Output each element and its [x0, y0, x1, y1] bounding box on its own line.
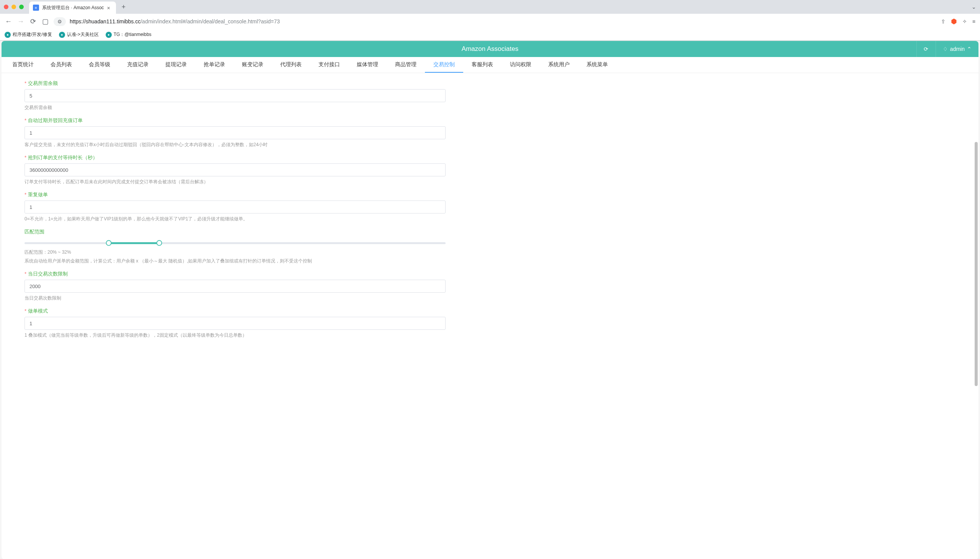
- app-container: Amazon Associates ⟳ ♢ admin ⌃ 首页统计会员列表会员…: [2, 41, 978, 559]
- bookmark-button[interactable]: ▢: [41, 17, 49, 26]
- field-hint: 当日交易次数限制: [25, 295, 955, 301]
- field-label: 重复做单: [25, 191, 955, 198]
- brave-shield-icon[interactable]: ⬢: [951, 17, 957, 26]
- range-slider[interactable]: [25, 239, 445, 247]
- tab-bar: ≡ 系统管理后台 · Amazon Assoc × + ⌄: [0, 0, 980, 14]
- nav-item[interactable]: 访问权限: [502, 57, 540, 73]
- nav-item[interactable]: 媒体管理: [348, 57, 387, 73]
- bookmarks-bar: ●程序搭建/开发/修复 ●认准->天美社区 ●TG：@tianmeibbs: [0, 29, 980, 41]
- close-window-button[interactable]: [4, 5, 8, 9]
- form-field: 交易所需余额交易所需余额: [2, 77, 978, 114]
- form-field: 抢到订单的支付等待时长（秒）订单支付等待时长，匹配订单后未在此时间内完成支付提交…: [2, 151, 978, 188]
- menu-icon[interactable]: ≡: [972, 18, 975, 25]
- close-tab-button[interactable]: ×: [107, 5, 112, 10]
- share-icon[interactable]: ⇪: [941, 18, 945, 25]
- field-hint: 匹配范围：20% ~ 32%: [25, 249, 955, 256]
- maximize-window-button[interactable]: [19, 5, 24, 9]
- slider-handle-min[interactable]: [106, 240, 112, 246]
- nav-item[interactable]: 充值记录: [119, 57, 157, 73]
- minimize-window-button[interactable]: [12, 5, 16, 9]
- field-hint: 1 叠加模式（做完当前等级单数，升级后可再做新等级的单数），2固定模式（以最终等…: [25, 332, 955, 339]
- bookmark-favicon-icon: ●: [59, 32, 65, 38]
- field-label: 交易所需余额: [25, 80, 955, 87]
- nav-item[interactable]: 提现记录: [157, 57, 195, 73]
- app-header: Amazon Associates ⟳ ♢ admin ⌃: [2, 41, 978, 57]
- browser-chrome: ≡ 系统管理后台 · Amazon Assoc × + ⌄ ← → ⟳ ▢ ⚙ …: [0, 0, 980, 41]
- text-input[interactable]: [25, 89, 445, 102]
- nav-item[interactable]: 系统菜单: [578, 57, 616, 73]
- chevron-down-icon: ⌃: [967, 46, 972, 52]
- field-label: 匹配范围: [25, 228, 955, 235]
- nav-item[interactable]: 客服列表: [463, 57, 502, 73]
- field-hint: 0=不允许，1=允许，如果昨天用户做了VIP1级别的单，那么他今天就做不了VIP…: [25, 216, 955, 222]
- browser-tab[interactable]: ≡ 系统管理后台 · Amazon Assoc ×: [29, 2, 116, 14]
- nav-item[interactable]: 代理列表: [272, 57, 310, 73]
- text-input[interactable]: [25, 317, 445, 330]
- bookmark-favicon-icon: ●: [106, 32, 112, 38]
- form-field: 自动过期并驳回充值订单客户提交充值，未支付的充值订单x小时后自动过期驳回（驳回内…: [2, 114, 978, 151]
- form-field: 匹配范围匹配范围：20% ~ 32%系统自动给用户派单的金额范围，计算公式：用户…: [2, 225, 978, 268]
- back-button[interactable]: ←: [5, 18, 12, 26]
- slider-handle-max[interactable]: [157, 240, 162, 246]
- user-icon: ♢: [943, 46, 948, 52]
- field-hint: 客户提交充值，未支付的充值订单x小时后自动过期驳回（驳回内容在帮助中心-文本内容…: [25, 142, 955, 148]
- user-menu[interactable]: ♢ admin ⌃: [935, 41, 978, 57]
- address-bar[interactable]: ⚙ https://shuadan111.timibbs.cc/admin/in…: [54, 17, 936, 26]
- nav-item[interactable]: 抢单记录: [195, 57, 233, 73]
- field-hint: 系统自动给用户派单的金额范围，计算公式：用户余额 x （最小～最大 随机值）,如…: [25, 258, 955, 265]
- nav-item[interactable]: 支付接口: [310, 57, 348, 73]
- window-controls: [4, 5, 24, 9]
- nav-item[interactable]: 首页统计: [4, 57, 42, 73]
- tune-icon: ⚙: [58, 19, 62, 25]
- form-field: 重复做单0=不允许，1=允许，如果昨天用户做了VIP1级别的单，那么他今天就做不…: [2, 188, 978, 225]
- field-label: 抢到订单的支付等待时长（秒）: [25, 154, 955, 161]
- tab-title: 系统管理后台 · Amazon Assoc: [42, 5, 104, 11]
- field-hint: 订单支付等待时长，匹配订单后未在此时间内完成支付提交订单将会被冻结（需后台解冻）: [25, 179, 955, 185]
- extensions-icon[interactable]: ✧: [962, 18, 967, 25]
- app-title: Amazon Associates: [462, 45, 518, 53]
- toolbar-right: ⇪ ⬢ ✧ ≡: [941, 17, 975, 26]
- main-nav: 首页统计会员列表会员等级充值记录提现记录抢单记录账变记录代理列表支付接口媒体管理…: [2, 57, 978, 73]
- tab-favicon-icon: ≡: [33, 5, 39, 11]
- text-input[interactable]: [25, 164, 445, 176]
- field-hint: 交易所需余额: [25, 104, 955, 111]
- scrollbar[interactable]: [975, 69, 978, 557]
- field-label: 自动过期并驳回充值订单: [25, 117, 955, 124]
- bookmark-item[interactable]: ●认准->天美社区: [59, 31, 99, 38]
- forward-button[interactable]: →: [17, 18, 25, 26]
- username: admin: [950, 46, 965, 52]
- reload-button[interactable]: ⟳: [29, 17, 37, 26]
- nav-item[interactable]: 账变记录: [233, 57, 272, 73]
- scrollbar-thumb[interactable]: [975, 142, 978, 386]
- form-field: 做单模式1 叠加模式（做完当前等级单数，升级后可再做新等级的单数），2固定模式（…: [2, 304, 978, 342]
- bookmark-item[interactable]: ●程序搭建/开发/修复: [5, 31, 52, 38]
- nav-item[interactable]: 交易控制: [425, 57, 463, 73]
- refresh-button[interactable]: ⟳: [917, 41, 935, 57]
- address-bar-row: ← → ⟳ ▢ ⚙ https://shuadan111.timibbs.cc/…: [0, 14, 980, 29]
- bookmark-item[interactable]: ●TG：@tianmeibbs: [106, 31, 152, 38]
- text-input[interactable]: [25, 126, 445, 139]
- nav-item[interactable]: 会员列表: [42, 57, 80, 73]
- site-settings-button[interactable]: ⚙: [54, 17, 66, 26]
- field-label: 做单模式: [25, 308, 955, 314]
- refresh-icon: ⟳: [924, 46, 928, 52]
- text-input[interactable]: [25, 200, 445, 213]
- nav-item[interactable]: 商品管理: [387, 57, 425, 73]
- url-text: https://shuadan111.timibbs.cc/admin/inde…: [70, 18, 280, 25]
- content-area: 交易所需余额交易所需余额自动过期并驳回充值订单客户提交充值，未支付的充值订单x小…: [2, 73, 978, 559]
- nav-item[interactable]: 系统用户: [540, 57, 578, 73]
- text-input[interactable]: [25, 280, 445, 293]
- bookmark-favicon-icon: ●: [5, 32, 11, 38]
- new-tab-button[interactable]: +: [121, 3, 126, 11]
- field-label: 当日交易次数限制: [25, 271, 955, 278]
- tabs-dropdown-button[interactable]: ⌄: [972, 4, 976, 10]
- nav-item[interactable]: 会员等级: [80, 57, 119, 73]
- form-field: 当日交易次数限制当日交易次数限制: [2, 268, 978, 304]
